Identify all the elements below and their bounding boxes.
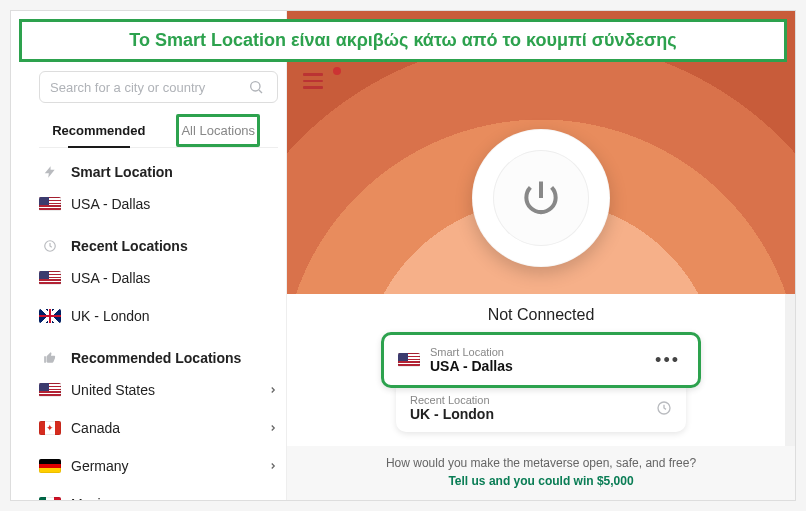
annotation-banner: Το Smart Location είναι ακριβώς κάτω από… (19, 19, 787, 62)
clock-icon (656, 400, 672, 416)
location-tabs: Recommended All Locations (39, 113, 278, 148)
recommended-item[interactable]: Germany (39, 448, 278, 484)
location-sidebar: Recommended All Locations Smart Location… (11, 11, 287, 500)
power-icon (519, 176, 563, 220)
main-panel: Not Connected Smart Location USA - Dalla… (287, 11, 795, 500)
chevron-right-icon (268, 385, 278, 395)
flag-uk-icon (39, 309, 61, 323)
list-item-label: United States (71, 382, 155, 398)
tab-all-locations[interactable]: All Locations (159, 113, 279, 147)
section-title: Recent Locations (71, 238, 188, 254)
menu-button[interactable] (303, 73, 323, 89)
promo-banner: How would you make the metaverse open, s… (287, 446, 795, 500)
flag-us-icon (39, 271, 61, 285)
connect-button[interactable] (472, 129, 610, 267)
flag-us-icon (39, 383, 61, 397)
card-label: Recent Location (410, 394, 656, 406)
svg-point-0 (251, 82, 260, 91)
list-item-label: Germany (71, 458, 129, 474)
list-item-label: Mexico (71, 496, 115, 500)
recommended-item[interactable]: Canada (39, 410, 278, 446)
flag-ca-icon (39, 421, 61, 435)
clock-icon (39, 239, 61, 253)
svg-line-1 (259, 90, 262, 93)
card-value: USA - Dallas (430, 358, 651, 374)
list-item-label: Canada (71, 420, 120, 436)
status-indicator-icon (333, 67, 341, 75)
recommended-item[interactable]: United States (39, 372, 278, 408)
smart-location-card[interactable]: Smart Location USA - Dallas ••• (381, 332, 701, 388)
card-label: Smart Location (430, 346, 651, 358)
chevron-right-icon (268, 499, 278, 500)
flag-us-icon (398, 353, 420, 367)
thumbs-up-icon (39, 351, 61, 365)
list-item-label: UK - London (71, 308, 150, 324)
chevron-right-icon (268, 461, 278, 471)
section-smart-location: Smart Location (39, 150, 278, 184)
smart-location-item[interactable]: USA - Dallas (39, 186, 278, 222)
recent-location-card[interactable]: Recent Location UK - London (396, 384, 686, 432)
flag-de-icon (39, 459, 61, 473)
more-options-button[interactable]: ••• (651, 350, 684, 371)
connection-status: Not Connected (287, 294, 795, 332)
recommended-item[interactable]: Mexico (39, 486, 278, 500)
list-item-label: USA - Dallas (71, 270, 150, 286)
flag-mx-icon (39, 497, 61, 500)
promo-question: How would you make the metaverse open, s… (317, 456, 765, 470)
section-recent-locations: Recent Locations (39, 224, 278, 258)
search-icon (245, 79, 267, 95)
chevron-right-icon (268, 423, 278, 433)
section-title: Recommended Locations (71, 350, 241, 366)
search-input-wrap[interactable] (39, 71, 278, 103)
lightning-icon (39, 165, 61, 179)
recent-item[interactable]: UK - London (39, 298, 278, 334)
card-value: UK - London (410, 406, 656, 422)
promo-cta-link[interactable]: Tell us and you could win $5,000 (317, 474, 765, 488)
tab-recommended[interactable]: Recommended (39, 113, 159, 147)
recent-item[interactable]: USA - Dallas (39, 260, 278, 296)
flag-us-icon (39, 197, 61, 211)
search-input[interactable] (50, 80, 245, 95)
section-recommended-locations: Recommended Locations (39, 336, 278, 370)
section-title: Smart Location (71, 164, 173, 180)
list-item-label: USA - Dallas (71, 196, 150, 212)
